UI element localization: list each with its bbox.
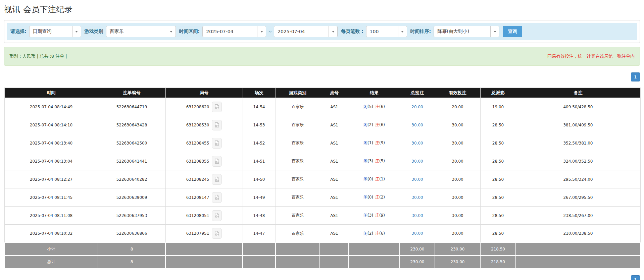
game-type-select[interactable]: 百家乐 <box>106 26 176 37</box>
subtotal-row: 小计 8 230.00 230.00 218.50 <box>4 243 640 256</box>
cell-table-no: AS1 <box>320 134 349 152</box>
result-banker: 庄 <box>375 177 379 181</box>
query-type-label: 请选择: <box>10 29 27 35</box>
cell-session: 14-50 <box>243 170 276 188</box>
video-replay-icon[interactable] <box>212 156 222 167</box>
video-replay-icon[interactable] <box>212 120 222 130</box>
filter-bar: 请选择: 日期查询 游戏类别 百家乐 时间区间: 2025-07-04 ~ 20… <box>7 23 637 40</box>
total-bet-link[interactable]: 30.00 <box>411 123 423 127</box>
chevron-down-icon <box>72 26 81 37</box>
cell-total-bet: 30.00 <box>400 116 435 134</box>
table-row: 2025-07-04 08:10:32 522630636866 6312079… <box>4 225 640 243</box>
subtotal-total-bet: 230.00 <box>400 243 435 256</box>
cell-game-type: 百家乐 <box>276 225 320 243</box>
search-button[interactable]: 查询 <box>503 26 522 37</box>
cell-payout: 28.50 <box>480 116 516 134</box>
cell-session: 14-51 <box>243 152 276 170</box>
video-replay-icon[interactable] <box>212 174 222 185</box>
video-replay-icon[interactable] <box>212 102 222 112</box>
cell-table-no: AS1 <box>320 98 349 116</box>
cell-remark: 381.00/409.50 <box>516 116 640 134</box>
cell-total-bet: 20.00 <box>400 98 435 116</box>
total-bet-link[interactable]: 30.00 <box>411 195 423 200</box>
chevron-down-icon <box>398 26 407 37</box>
page: 视讯 会员下注纪录 请选择: 日期查询 游戏类别 百家乐 时间区间: 2025-… <box>0 4 644 280</box>
cell-result: 闲(0)庄(2) <box>349 188 400 207</box>
round-id: 631208051 <box>186 213 209 218</box>
video-replay-icon[interactable] <box>212 192 222 203</box>
result-banker: 庄 <box>375 141 379 145</box>
cell-time: 2025-07-04 08:14:10 <box>4 116 98 134</box>
cell-valid-bet: 30.00 <box>435 188 480 207</box>
cell-time: 2025-07-04 08:11:08 <box>4 207 98 225</box>
cell-result: 闲(1)庄(9) <box>349 134 400 152</box>
date-range-tilde: ~ <box>268 29 272 34</box>
table-row: 2025-07-04 08:14:49 522630644719 6312086… <box>4 98 640 116</box>
result-player: 闲 <box>363 213 367 218</box>
result-banker-score: (6) <box>379 122 385 127</box>
summary-bar: 币别 : 人民币 | 总共 :8 注单 | 同局有效投注，统一计算在该局第一张注… <box>4 47 640 66</box>
cell-total-bet: 30.00 <box>400 152 435 170</box>
video-replay-icon[interactable] <box>212 138 222 149</box>
total-bet-link[interactable]: 30.00 <box>411 213 423 218</box>
total-bet-link[interactable]: 30.00 <box>411 177 423 182</box>
cell-total-bet: 30.00 <box>400 188 435 207</box>
filter-panel: 请选择: 日期查询 游戏类别 百家乐 时间区间: 2025-07-04 ~ 20… <box>4 20 640 43</box>
table-row: 2025-07-04 08:13:40 522630642500 6312084… <box>4 134 640 152</box>
cell-game-type: 百家乐 <box>276 116 320 134</box>
cell-total-bet: 30.00 <box>400 225 435 243</box>
cell-bet-id: 522630642500 <box>98 134 165 152</box>
cell-time: 2025-07-04 08:13:40 <box>4 134 98 152</box>
total-bet-link[interactable]: 20.00 <box>411 105 423 109</box>
query-type-select[interactable]: 日期查询 <box>29 26 81 37</box>
date-from-select[interactable]: 2025-07-04 <box>202 26 266 37</box>
pagination-top: 1 <box>4 72 640 81</box>
cell-result: 闲(2)庄(6) <box>349 225 400 243</box>
page-size-select[interactable]: 100 <box>366 26 407 37</box>
cell-valid-bet: 20.00 <box>435 98 480 116</box>
result-banker: 庄 <box>375 195 379 200</box>
cell-round: 631208245 <box>165 170 243 188</box>
round-id: 631208355 <box>186 159 209 163</box>
page-1-button[interactable]: 1 <box>631 275 640 280</box>
cell-payout: 28.50 <box>480 207 516 225</box>
cell-round: 631208455 <box>165 134 243 152</box>
result-player: 闲 <box>363 195 367 200</box>
cell-session: 14-49 <box>243 188 276 207</box>
table-row: 2025-07-04 08:13:04 522630641441 6312083… <box>4 152 640 170</box>
video-replay-icon[interactable] <box>212 210 222 221</box>
cell-valid-bet: 30.00 <box>435 225 480 243</box>
cell-remark: 210.00/238.50 <box>516 225 640 243</box>
round-id: 631208245 <box>186 177 209 181</box>
result-player-score: (1) <box>367 141 373 145</box>
video-replay-icon[interactable] <box>212 228 222 239</box>
cell-bet-id: 522630636866 <box>98 225 165 243</box>
date-to-select[interactable]: 2025-07-04 <box>274 26 338 37</box>
result-banker: 庄 <box>375 104 379 109</box>
cell-bet-id: 522630639009 <box>98 188 165 207</box>
cell-round: 631207951 <box>165 225 243 243</box>
result-player-score: (2) <box>367 231 373 236</box>
cell-round: 631208051 <box>165 207 243 225</box>
page-1-button[interactable]: 1 <box>631 72 640 81</box>
total-row: 总计 8 230.00 230.00 218.50 <box>4 256 640 268</box>
cell-round: 631208355 <box>165 152 243 170</box>
cell-time: 2025-07-04 08:14:49 <box>4 98 98 116</box>
cell-remark: 295.50/324.00 <box>516 170 640 188</box>
subtotal-valid-bet: 230.00 <box>435 243 480 256</box>
cell-valid-bet: 30.00 <box>435 207 480 225</box>
total-bet-link[interactable]: 30.00 <box>411 141 423 146</box>
cell-result: 闲(3)庄(9) <box>349 207 400 225</box>
cell-time: 2025-07-04 08:13:04 <box>4 152 98 170</box>
result-player-score: (3) <box>367 213 373 218</box>
total-label: 总计 <box>4 256 98 268</box>
cell-payout: 28.50 <box>480 225 516 243</box>
sort-order-select[interactable]: 降幂(由大到小) <box>434 26 499 37</box>
result-player: 闲 <box>363 104 367 109</box>
cell-table-no: AS1 <box>320 207 349 225</box>
cell-session: 14-54 <box>243 98 276 116</box>
cell-total-bet: 30.00 <box>400 207 435 225</box>
total-bet-link[interactable]: 30.00 <box>411 159 423 164</box>
total-bet-link[interactable]: 30.00 <box>411 231 423 236</box>
cell-remark: 324.00/352.50 <box>516 152 640 170</box>
